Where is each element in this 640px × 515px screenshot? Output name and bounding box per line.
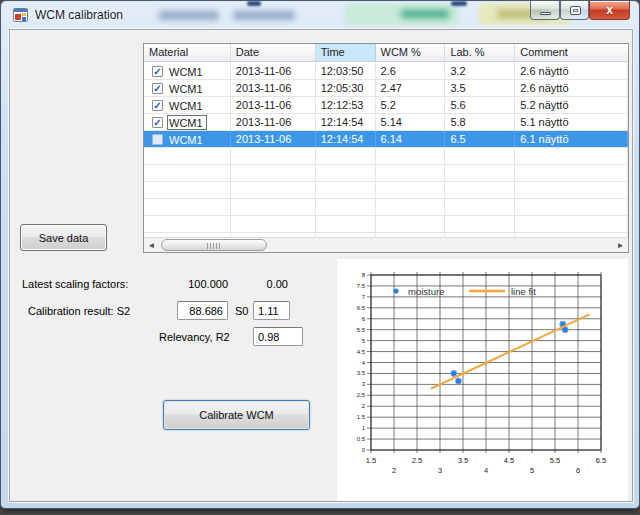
- header-cell-wcm[interactable]: WCM %: [376, 44, 446, 61]
- header-cell-material[interactable]: Material: [144, 44, 231, 61]
- cell-comment[interactable]: 2.6 näyttö: [515, 80, 628, 96]
- material-label: WCM1: [168, 99, 206, 112]
- chart-svg: 00.511.522.533.544.555.566.577.581.522.5…: [337, 259, 628, 501]
- material-label: WCM1: [168, 133, 206, 146]
- scroll-left-arrow-icon[interactable]: ◄: [144, 239, 159, 252]
- scaling-factor-value-2: 0.00: [246, 278, 288, 290]
- x-tick-label: 6.5: [596, 456, 606, 465]
- empty-cell: [144, 199, 231, 215]
- empty-cell: [144, 182, 231, 198]
- cell-date[interactable]: 2013-11-06: [231, 114, 316, 130]
- wcm-calibration-window: WCM calibration x Material Date Time WCM…: [0, 0, 640, 509]
- y-tick-label: 8: [362, 272, 366, 278]
- table-row[interactable]: ✓WCM12013-11-0612:03:502.63.22.6 näyttö: [144, 63, 628, 80]
- y-tick-label: 2: [362, 403, 366, 409]
- cell-lab[interactable]: 5.8: [445, 114, 515, 130]
- scrollbar-thumb[interactable]: [161, 239, 267, 251]
- maximize-button[interactable]: [560, 1, 589, 20]
- row-checkbox-unchecked[interactable]: [152, 134, 163, 145]
- cell-time[interactable]: 12:12:53: [316, 97, 376, 113]
- calibrate-wcm-button[interactable]: Calibrate WCM: [163, 400, 310, 430]
- empty-cell: [231, 165, 316, 181]
- cell-lab[interactable]: 6.5: [445, 131, 515, 147]
- empty-cell: [445, 148, 515, 164]
- table-row[interactable]: ✓WCM12013-11-0612:14:545.145.85.1 näyttö: [144, 114, 628, 131]
- header-cell-date[interactable]: Date: [231, 44, 316, 61]
- save-data-button[interactable]: Save data: [20, 224, 107, 251]
- table-row[interactable]: WCM12013-11-0612:14:546.146.56.1 näyttö: [144, 131, 628, 148]
- empty-cell: [376, 182, 446, 198]
- empty-cell: [445, 165, 515, 181]
- material-label: WCM1: [168, 116, 206, 129]
- scaling-factors-label: Latest scaling factors:: [22, 278, 128, 290]
- cell-wcm[interactable]: 2.6: [376, 63, 446, 79]
- background-blur-text-1: [159, 11, 219, 20]
- moisture-point: [455, 378, 461, 384]
- y-tick-label: 0.5: [357, 436, 366, 442]
- y-tick-label: 6: [362, 316, 366, 322]
- cell-wcm[interactable]: 2.47: [376, 80, 446, 96]
- cell-mat[interactable]: ✓WCM1: [144, 80, 231, 96]
- background-blur-sliver-1: [247, 1, 261, 6]
- empty-cell: [515, 216, 628, 232]
- cell-time[interactable]: 12:14:54: [316, 114, 376, 130]
- table-row[interactable]: ✓WCM12013-11-0612:12:535.25.65.2 näyttö: [144, 97, 628, 114]
- cell-lab[interactable]: 3.5: [445, 80, 515, 96]
- cell-lab[interactable]: 3.2: [445, 63, 515, 79]
- empty-cell: [515, 199, 628, 215]
- minimize-button[interactable]: [530, 1, 560, 20]
- s0-label: S0: [235, 305, 248, 317]
- empty-table-row: [144, 199, 628, 216]
- cell-date[interactable]: 2013-11-06: [231, 131, 316, 147]
- r2-input[interactable]: [253, 327, 303, 346]
- cell-wcm[interactable]: 5.14: [376, 114, 446, 130]
- empty-cell: [144, 165, 231, 181]
- calibration-result-label: Calibration result: S2: [28, 305, 130, 317]
- minimize-icon: [540, 12, 551, 15]
- x-tick-label: 5: [530, 466, 534, 475]
- header-cell-time[interactable]: Time: [316, 44, 376, 61]
- cell-comment[interactable]: 6.1 näyttö: [515, 131, 628, 147]
- cell-date[interactable]: 2013-11-06: [231, 63, 316, 79]
- table-header: Material Date Time WCM % Lab. % Comment: [144, 44, 628, 62]
- row-checkbox-checked[interactable]: ✓: [152, 83, 163, 94]
- close-button[interactable]: x: [589, 1, 630, 20]
- cell-mat[interactable]: ✓WCM1: [144, 114, 231, 130]
- empty-cell: [376, 199, 446, 215]
- cell-comment[interactable]: 5.2 näyttö: [515, 97, 628, 113]
- header-cell-comment[interactable]: Comment: [515, 44, 628, 61]
- cell-mat[interactable]: ✓WCM1: [144, 97, 231, 113]
- s0-input[interactable]: [253, 301, 290, 320]
- empty-cell: [445, 199, 515, 215]
- cell-mat[interactable]: WCM1: [144, 131, 231, 147]
- horizontal-scrollbar[interactable]: ◄ ►: [144, 237, 628, 252]
- cell-mat[interactable]: ✓WCM1: [144, 63, 231, 79]
- empty-cell: [316, 199, 376, 215]
- cell-time[interactable]: 12:03:50: [316, 63, 376, 79]
- row-checkbox-checked[interactable]: ✓: [152, 117, 163, 128]
- x-tick-label: 3: [438, 466, 442, 475]
- cell-time[interactable]: 12:05:30: [316, 80, 376, 96]
- row-checkbox-checked[interactable]: ✓: [152, 66, 163, 77]
- y-tick-label: 7.5: [357, 283, 366, 289]
- cell-time[interactable]: 12:14:54: [316, 131, 376, 147]
- y-tick-label: 3: [362, 381, 366, 387]
- empty-cell: [445, 182, 515, 198]
- empty-table-row: [144, 182, 628, 199]
- cell-comment[interactable]: 5.1 näyttö: [515, 114, 628, 130]
- cell-wcm[interactable]: 6.14: [376, 131, 446, 147]
- table-row[interactable]: ✓WCM12013-11-0612:05:302.473.52.6 näyttö: [144, 80, 628, 97]
- cell-wcm[interactable]: 5.2: [376, 97, 446, 113]
- cell-date[interactable]: 2013-11-06: [231, 80, 316, 96]
- cell-lab[interactable]: 5.6: [445, 97, 515, 113]
- scroll-right-arrow-icon[interactable]: ►: [613, 239, 628, 252]
- moisture-point: [451, 370, 457, 376]
- empty-table-row: [144, 148, 628, 165]
- cell-comment[interactable]: 2.6 näyttö: [515, 63, 628, 79]
- s2-input[interactable]: [177, 301, 228, 320]
- row-checkbox-checked[interactable]: ✓: [152, 100, 163, 111]
- cell-date[interactable]: 2013-11-06: [231, 97, 316, 113]
- x-tick-label: 3.5: [458, 456, 468, 465]
- header-cell-lab[interactable]: Lab. %: [445, 44, 515, 61]
- y-tick-label: 2.5: [357, 392, 366, 398]
